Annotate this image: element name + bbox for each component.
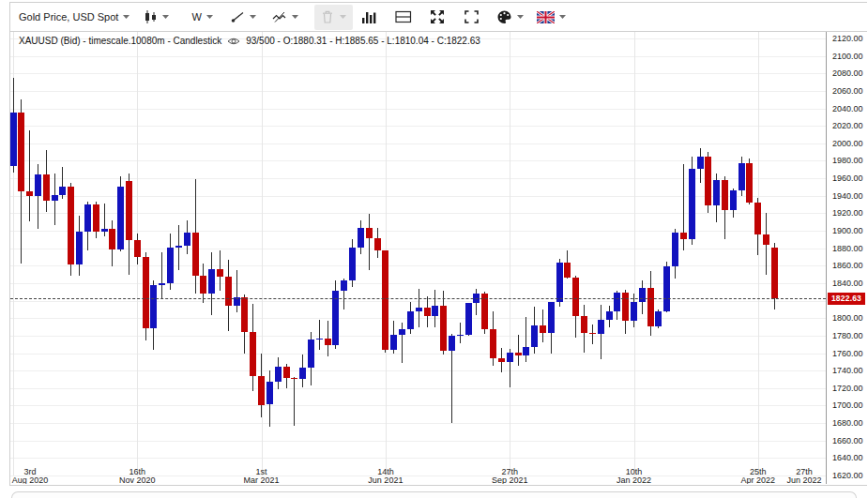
- candle-body: [382, 250, 388, 349]
- candle-body: [93, 204, 99, 232]
- y-axis[interactable]: 2120.002100.002080.002060.002040.002020.…: [826, 32, 866, 484]
- symbol-selector[interactable]: Gold Price, USD Spot: [19, 11, 129, 23]
- y-axis-tick-label: 2120.00: [832, 34, 863, 43]
- trend-line-icon: [230, 9, 245, 24]
- candle-body: [655, 311, 662, 326]
- candle-body: [548, 302, 555, 333]
- y-axis-tick-label: 1640.00: [832, 453, 863, 462]
- candle-body: [101, 229, 108, 232]
- candle-body: [18, 113, 24, 191]
- candle-body: [366, 228, 373, 238]
- language-selector[interactable]: [537, 11, 566, 23]
- timeframe-label: W: [191, 11, 201, 23]
- candle-body: [457, 335, 464, 336]
- delete-drawings-button[interactable]: [314, 5, 353, 30]
- y-axis-tick-label: 1780.00: [832, 331, 863, 340]
- candle-body: [739, 163, 745, 190]
- candle-body: [52, 195, 58, 202]
- candle-body: [217, 269, 223, 276]
- chart-ohlc-stats: 93/500 - O:1880.31 - H:1885.65 - L:1810.…: [246, 36, 480, 46]
- candle-body: [680, 233, 687, 239]
- candle-body: [540, 325, 546, 333]
- candle-body: [424, 308, 431, 316]
- candle-body: [291, 378, 297, 380]
- y-axis-tick-label: 1960.00: [832, 174, 863, 183]
- candle-body: [275, 367, 282, 383]
- y-axis-tick-label: 1740.00: [832, 366, 863, 375]
- fullscreen-icon: [430, 9, 445, 24]
- timeframe-selector[interactable]: W: [191, 11, 212, 23]
- candle-body: [208, 269, 215, 294]
- y-axis-tick-label: 2060.00: [832, 86, 863, 96]
- candle-body: [225, 277, 232, 307]
- candle-body: [647, 288, 654, 326]
- candle-body: [490, 329, 496, 358]
- candle-wick: [178, 225, 179, 270]
- candle-body: [59, 187, 66, 195]
- chart-style-button[interactable]: [144, 9, 169, 24]
- candle-body: [713, 180, 720, 205]
- chevron-down-icon: [206, 15, 213, 19]
- y-axis-tick-label: 1880.00: [832, 244, 863, 253]
- candle-body: [43, 174, 50, 201]
- candle-body: [308, 340, 314, 369]
- symbol-selector-label: Gold Price, USD Spot: [19, 11, 118, 23]
- eye-icon: [227, 37, 240, 46]
- candle-body: [341, 280, 347, 291]
- candle-body: [126, 181, 132, 240]
- candle-body: [184, 233, 190, 246]
- y-axis-tick-label: 1920.00: [832, 208, 863, 218]
- candle-body: [449, 336, 455, 351]
- fullscreen-button[interactable]: [430, 9, 445, 24]
- y-axis-tick-label: 1860.00: [832, 261, 863, 270]
- candles-layer: [10, 32, 866, 484]
- uk-flag-icon: [537, 11, 555, 23]
- candle-body: [498, 358, 505, 362]
- candle-wick: [29, 130, 30, 221]
- candle-body: [672, 233, 678, 266]
- plot-area[interactable]: XAUUSD (Bid) - timescale.10080m - Candle…: [10, 32, 866, 484]
- candle-body: [614, 293, 620, 311]
- candle-body: [159, 283, 165, 285]
- trend-line-tool-button[interactable]: [230, 9, 256, 24]
- chart-widget: Gold Price, USD Spot W: [9, 2, 867, 486]
- theme-palette-button[interactable]: [496, 9, 524, 24]
- candle-body: [175, 246, 182, 248]
- y-axis-tick-label: 1700.00: [832, 400, 863, 410]
- candle-body: [589, 333, 596, 334]
- candle-body: [258, 376, 265, 405]
- candle-body: [68, 187, 74, 264]
- chevron-down-icon: [123, 15, 129, 19]
- candle-wick: [161, 252, 162, 298]
- frame-button[interactable]: [464, 9, 480, 24]
- candle-body: [250, 332, 256, 376]
- chevron-down-icon: [250, 15, 256, 19]
- candle-body: [35, 174, 41, 195]
- chevron-down-icon: [517, 15, 524, 19]
- indicators-button[interactable]: [272, 9, 298, 24]
- candle-body: [507, 353, 513, 362]
- y-axis-tick-label: 2040.00: [832, 104, 863, 113]
- candle-body: [598, 320, 604, 334]
- candle-body: [531, 325, 538, 347]
- indicators-icon: [272, 9, 287, 24]
- candlestick-style-icon: [144, 9, 158, 24]
- candle-body: [349, 248, 356, 280]
- candle-body: [374, 238, 381, 250]
- split-layout-button[interactable]: [395, 9, 412, 24]
- current-price-label: 1822.63: [828, 293, 865, 305]
- candle-body: [697, 157, 704, 169]
- y-axis-tick-label: 2080.00: [832, 68, 863, 78]
- volume-bars-icon: [361, 9, 377, 24]
- candle-body: [299, 368, 306, 379]
- next-widget-top-edge: [11, 491, 857, 498]
- candle-body: [465, 303, 472, 335]
- candle-body: [117, 187, 124, 249]
- candle-body: [754, 203, 761, 234]
- y-axis-tick-label: 1680.00: [832, 418, 863, 428]
- y-axis-tick-label: 2100.00: [832, 52, 863, 61]
- y-axis-tick-label: 1800.00: [832, 313, 863, 323]
- volume-button[interactable]: [361, 9, 377, 24]
- candle-body: [622, 293, 629, 321]
- candle-body: [76, 232, 83, 264]
